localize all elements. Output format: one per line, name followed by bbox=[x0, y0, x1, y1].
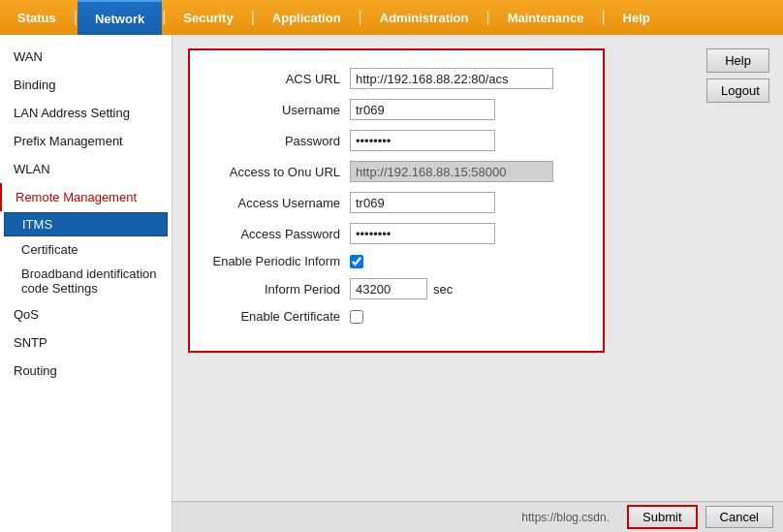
nav-sep-3: | bbox=[251, 9, 255, 26]
nav-administration[interactable]: Administration bbox=[362, 0, 486, 35]
nav-sep-4: | bbox=[359, 9, 362, 26]
sidebar-item-qos[interactable]: QoS bbox=[0, 300, 172, 329]
nav-application[interactable]: Application bbox=[255, 0, 359, 35]
nav-sep-2: | bbox=[162, 9, 166, 26]
nav-maintenance[interactable]: Maintenance bbox=[490, 0, 602, 35]
sidebar-item-prefix[interactable]: Prefix Management bbox=[0, 127, 172, 155]
content-area: ACS URL Username Password Access to Onu … bbox=[172, 35, 783, 532]
submit-button[interactable]: Submit bbox=[627, 505, 697, 529]
acs-url-label: ACS URL bbox=[209, 72, 350, 86]
enable-periodic-inform-checkbox[interactable] bbox=[350, 255, 363, 268]
access-onu-url-label: Access to Onu URL bbox=[209, 165, 350, 179]
access-password-label: Access Password bbox=[209, 227, 350, 241]
sidebar: WAN Binding LAN Address Setting Prefix M… bbox=[0, 35, 172, 532]
username-row: Username bbox=[209, 99, 583, 120]
enable-certificate-row: Enable Certificate bbox=[209, 309, 583, 324]
bottom-bar: https://blog.csdn. Submit Cancel bbox=[172, 501, 783, 532]
help-button[interactable]: Help bbox=[706, 48, 769, 73]
bottom-url-text: https://blog.csdn. bbox=[172, 511, 619, 524]
username-input[interactable] bbox=[350, 99, 495, 120]
nav-status[interactable]: Status bbox=[0, 0, 74, 35]
sidebar-item-certificate[interactable]: Certificate bbox=[0, 237, 172, 262]
nav-network[interactable]: Network bbox=[78, 0, 162, 35]
inform-period-label: Inform Period bbox=[209, 282, 350, 297]
sidebar-item-sntp[interactable]: SNTP bbox=[0, 329, 172, 357]
enable-periodic-inform-row: Enable Periodic Inform bbox=[209, 254, 583, 268]
access-username-row: Access Username bbox=[209, 192, 583, 213]
logout-button[interactable]: Logout bbox=[706, 78, 769, 103]
access-username-label: Access Username bbox=[209, 196, 350, 210]
access-password-row: Access Password bbox=[209, 223, 583, 244]
sidebar-item-wlan[interactable]: WLAN bbox=[0, 155, 172, 183]
sidebar-item-itms[interactable]: ITMS bbox=[4, 212, 168, 236]
access-username-input[interactable] bbox=[350, 192, 495, 213]
sidebar-item-lan-address[interactable]: LAN Address Setting bbox=[0, 99, 172, 127]
acs-url-row: ACS URL bbox=[209, 68, 583, 89]
right-buttons: Help Logout bbox=[706, 48, 769, 103]
sidebar-item-broadband[interactable]: Broadband identification code Settings bbox=[0, 262, 172, 300]
sidebar-item-binding[interactable]: Binding bbox=[0, 71, 172, 99]
inform-period-unit: sec bbox=[433, 282, 453, 297]
inform-period-input[interactable] bbox=[350, 278, 427, 299]
access-password-input[interactable] bbox=[350, 223, 495, 244]
sidebar-item-wan[interactable]: WAN bbox=[0, 43, 172, 71]
password-row: Password bbox=[209, 130, 583, 151]
nav-sep-6: | bbox=[601, 9, 605, 26]
nav-security[interactable]: Security bbox=[166, 0, 250, 35]
form-panel: ACS URL Username Password Access to Onu … bbox=[188, 48, 605, 353]
username-label: Username bbox=[209, 103, 350, 117]
inform-period-row: Inform Period sec bbox=[209, 278, 583, 299]
password-input[interactable] bbox=[350, 130, 495, 151]
cancel-button[interactable]: Cancel bbox=[705, 506, 773, 528]
top-navigation: Status | Network | Security | Applicatio… bbox=[0, 0, 783, 35]
access-onu-url-input[interactable] bbox=[350, 161, 553, 182]
password-label: Password bbox=[209, 134, 350, 148]
acs-url-input[interactable] bbox=[350, 68, 553, 89]
enable-certificate-label: Enable Certificate bbox=[209, 309, 350, 324]
sidebar-item-routing[interactable]: Routing bbox=[0, 357, 172, 385]
enable-certificate-checkbox[interactable] bbox=[350, 310, 363, 324]
sidebar-item-remote-management[interactable]: Remote Management bbox=[0, 183, 172, 211]
main-layout: WAN Binding LAN Address Setting Prefix M… bbox=[0, 35, 783, 532]
nav-sep-5: | bbox=[485, 9, 489, 26]
nav-help[interactable]: Help bbox=[606, 0, 668, 35]
enable-periodic-inform-label: Enable Periodic Inform bbox=[209, 254, 350, 268]
nav-sep-1: | bbox=[74, 9, 78, 26]
access-onu-url-row: Access to Onu URL bbox=[209, 161, 583, 182]
